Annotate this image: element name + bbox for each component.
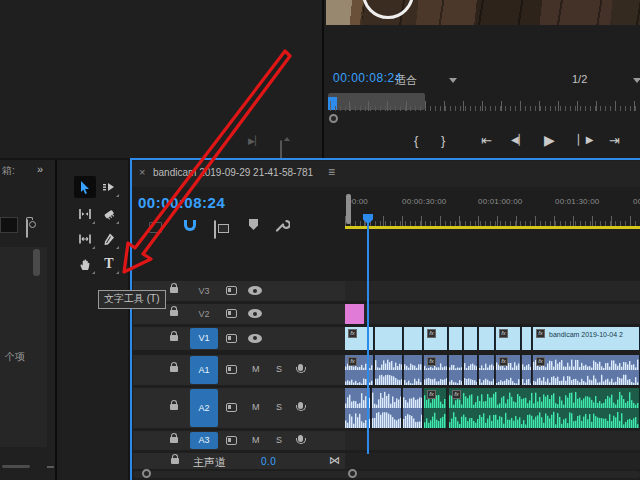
track-row-A3[interactable] [345,431,640,450]
track-target-V3[interactable]: V3 [190,282,218,300]
program-zoom-handle[interactable] [329,114,338,123]
go-to-in-button[interactable]: ⇤ [481,133,492,148]
close-icon[interactable]: × [139,166,145,178]
clip-audio[interactable] [449,355,463,385]
track-row-V2[interactable] [345,304,640,324]
step-forward-button[interactable]: ▏▶ [578,134,593,145]
scrollbar-zoom-handle-left[interactable] [142,469,151,478]
lock-icon[interactable] [170,366,178,372]
clip-audio[interactable] [372,388,402,428]
pen-tool-button[interactable] [98,228,120,250]
lock-icon[interactable] [170,437,178,443]
source-patch-icon[interactable] [226,286,237,295]
fx-badge[interactable]: fx [499,357,508,366]
lock-icon[interactable] [170,404,178,410]
fx-badge[interactable]: fx [348,329,357,338]
mute-button[interactable]: M [252,402,260,412]
mute-button[interactable]: M [252,435,260,445]
fx-badge[interactable]: fx [536,357,545,366]
panel-menu-icon[interactable]: ≡ [328,165,335,179]
razor-tool-button[interactable] [98,203,120,225]
clip-audio[interactable] [522,355,532,385]
lock-icon[interactable] [170,335,178,341]
step-back-button[interactable]: ◀▏ [511,134,526,145]
track-target-V1[interactable]: V1 [190,328,218,349]
clip-audio[interactable]: fx [345,355,374,385]
lock-icon[interactable] [170,310,178,316]
lock-icon[interactable] [171,458,179,464]
clip-audio[interactable]: fx [424,388,447,428]
mute-button[interactable]: M [252,364,260,374]
source-patch-icon[interactable] [226,334,237,343]
clip-audio[interactable] [375,355,403,385]
toggle-track-output-icon[interactable] [248,334,262,343]
hand-tool-button[interactable] [74,253,96,275]
clip-audio[interactable]: fx [449,388,640,428]
clip-audio[interactable] [464,355,478,385]
project-horizontal-scrollbar[interactable] [2,465,30,468]
timeline-settings-wrench-icon[interactable] [274,217,290,233]
clip-video[interactable]: fxbandicam 2019-10-04 2 [533,327,640,350]
clip-video[interactable] [404,327,423,350]
source-patch-icon[interactable] [226,309,237,318]
clip-audio[interactable]: fx [496,355,521,385]
source-patch-icon[interactable] [226,436,237,445]
track-target-A1[interactable]: A1 [190,356,218,384]
voiceover-record-icon[interactable] [298,364,303,371]
chevron-down-icon[interactable] [449,78,457,83]
linked-selection-icon[interactable] [214,220,216,239]
export-frame-icon[interactable] [280,140,282,159]
find-in-bin-icon[interactable] [26,219,28,238]
panel-overflow-icon[interactable]: » [37,163,43,175]
toggle-track-output-icon[interactable] [248,286,262,295]
insert-as-nest-icon[interactable] [149,222,162,233]
solo-button[interactable]: S [276,364,282,374]
clip-audio[interactable] [403,388,423,428]
timeline-timecode[interactable]: 00:00:08:24 [138,194,225,211]
program-ruler-ticks-major[interactable] [330,101,638,111]
project-search-input[interactable] [0,217,18,233]
playhead-line[interactable] [367,222,369,454]
play-in-to-out-icon[interactable]: ▶▏ [248,136,262,146]
track-select-forward-tool-button[interactable] [98,176,120,198]
clip-audio[interactable]: fx [533,355,640,385]
clip-audio[interactable] [404,355,423,385]
fx-badge[interactable]: fx [427,390,436,399]
track-target-V2[interactable]: V2 [190,305,218,323]
clip-video[interactable]: fx [496,327,521,350]
selection-tool-button[interactable] [74,176,96,198]
mark-out-button[interactable]: } [441,133,445,148]
track-row-V3[interactable] [345,281,640,301]
program-timecode[interactable]: 00:00:08:24 [333,71,402,85]
solo-button[interactable]: S [276,435,282,445]
solo-button[interactable]: S [276,402,282,412]
fx-badge[interactable]: fx [427,329,436,338]
voiceover-record-icon[interactable] [298,402,303,409]
scrollbar-zoom-handle-right[interactable] [348,469,357,478]
clip-audio[interactable] [479,355,495,385]
fx-badge[interactable]: fx [348,357,357,366]
fx-badge[interactable]: fx [499,329,508,338]
clip-video[interactable]: fx [345,327,374,350]
fx-badge[interactable]: fx [536,329,545,338]
clip-video[interactable] [522,327,532,350]
pan-icon[interactable]: ⋈ [329,454,340,467]
type-tool-button[interactable]: T [98,253,120,275]
slip-tool-button[interactable] [74,228,96,250]
source-patch-icon[interactable] [226,403,237,412]
zoom-level-select[interactable]: 适合 [395,73,417,88]
timeline-horizontal-scrollbar[interactable] [133,471,640,478]
master-level-value[interactable]: 0.0 [261,456,276,467]
track-target-A3[interactable]: A3 [190,432,218,449]
toggle-track-output-icon[interactable] [248,309,262,318]
play-button[interactable]: ▶ [544,132,555,148]
clip-video[interactable] [449,327,463,350]
clip-video[interactable] [375,327,403,350]
lock-icon[interactable] [170,287,178,293]
chevron-down-icon[interactable] [633,78,640,83]
voiceover-record-icon[interactable] [298,435,303,442]
clip-video[interactable] [464,327,478,350]
fx-badge[interactable]: fx [427,357,436,366]
track-target-A2[interactable]: A2 [190,389,218,427]
mark-in-button[interactable]: { [414,133,418,148]
